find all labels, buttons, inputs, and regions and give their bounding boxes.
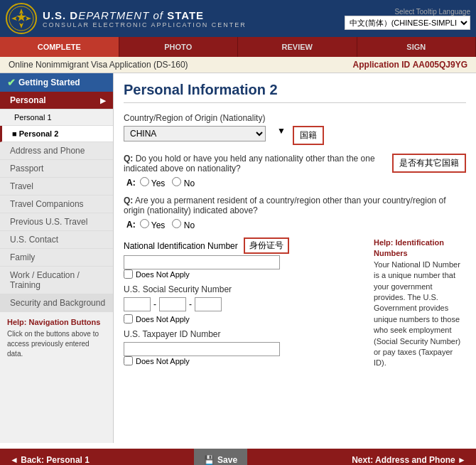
q2-no-label[interactable]: No	[172, 219, 195, 230]
lang-dropdown[interactable]: 中文(简体）(CHINESE-SIMPLI	[345, 16, 470, 30]
sidebar-travel-companions-label: Travel Companions	[10, 199, 84, 209]
national-id-dna: Does Not Apply	[124, 269, 367, 279]
national-id-field: National Identification Number 身份证号 Does…	[124, 237, 367, 279]
q2-text: Q: Are you a permanent resident of a cou…	[124, 196, 466, 215]
department-name: U.S. DEPARTMENT of STATE	[43, 9, 247, 21]
nationality-label: Country/Region of Origin (Nationality)	[124, 113, 466, 123]
q1-answer: A: Yes No	[126, 177, 385, 188]
sidebar-item-travel-companions[interactable]: Travel Companions	[0, 196, 113, 213]
sidebar-item-passport[interactable]: Passport	[0, 160, 113, 178]
q1-tooltip: 是否有其它国籍	[392, 154, 466, 173]
id-fields: National Identification Number 身份证号 Does…	[124, 237, 367, 371]
national-id-dna-checkbox[interactable]	[124, 269, 133, 279]
lower-section: National Identification Number 身份证号 Does…	[124, 237, 466, 371]
language-selector[interactable]: Select Tooltip Language 中文(简体）(CHINESE-S…	[345, 8, 470, 30]
bottom-bar: ◄ Back: Personal 1 💾 Save Next: Address …	[0, 449, 476, 465]
ssn-box3[interactable]	[195, 297, 222, 311]
q2-block: Q: Are you a permanent resident of a cou…	[124, 196, 466, 230]
sidebar-item-family[interactable]: Family	[0, 249, 113, 267]
sidebar-getting-started-label: Getting Started	[18, 78, 80, 87]
sidebar-item-security[interactable]: Security and Background	[0, 294, 113, 312]
content-area: Personal Information 2 Country/Region of…	[114, 73, 476, 443]
q1-yes-label[interactable]: Yes	[140, 177, 166, 188]
sidebar-item-personal2[interactable]: ■ Personal 2	[0, 126, 113, 142]
sidebar-help-text: Click on the buttons above to access pre…	[7, 329, 106, 359]
sidebar-personal2-label: ■ Personal 2	[12, 129, 58, 138]
q1-text: Q: Do you hold or have you held any nati…	[124, 154, 385, 173]
ssn-dna-label: Does Not Apply	[136, 315, 190, 324]
ssn-box1[interactable]	[124, 297, 151, 311]
app-id-value: AA005QJ9YG	[413, 60, 467, 70]
tab-sign[interactable]: SIGN	[357, 37, 477, 57]
taxpayer-input[interactable]	[124, 342, 280, 356]
sidebar-passport-label: Passport	[10, 164, 43, 173]
taxpayer-dna: Does Not Apply	[124, 356, 367, 365]
ssn-field: U.S. Social Security Number - - Does Not…	[124, 284, 367, 324]
nationality-tooltip: 国籍	[293, 126, 324, 145]
app-id: Application ID AA005QJ9YG	[353, 60, 467, 70]
back-button[interactable]: ◄ Back: Personal 1	[0, 449, 99, 465]
nav-tabs: COMPLETE PHOTO REVIEW SIGN	[0, 37, 476, 57]
nationality-select[interactable]: CHINA	[124, 126, 266, 141]
sidebar-item-work[interactable]: Work / Education / Training	[0, 267, 113, 294]
save-button[interactable]: 💾 Save	[194, 449, 247, 465]
help-panel-title: Help: Identification Numbers	[374, 237, 466, 260]
nationality-section: Country/Region of Origin (Nationality) C…	[124, 113, 466, 145]
sidebar-travel-label: Travel	[10, 181, 33, 191]
sidebar-family-label: Family	[10, 252, 35, 262]
taxpayer-label: U.S. Taxpayer ID Number	[124, 329, 367, 339]
save-icon: 💾	[204, 455, 215, 465]
national-id-dna-label: Does Not Apply	[136, 270, 190, 279]
sidebar-getting-started[interactable]: ✔ Getting Started	[0, 73, 113, 92]
taxpayer-dna-checkbox[interactable]	[124, 356, 133, 365]
arrow-icon: ▶	[100, 97, 106, 105]
sidebar-item-travel[interactable]: Travel	[0, 178, 113, 196]
q1-no-radio[interactable]	[172, 177, 181, 186]
national-id-tooltip: 身份证号	[244, 237, 289, 254]
back-label: ◄ Back: Personal 1	[10, 455, 90, 465]
sidebar-personal1-label: Personal 1	[14, 113, 52, 122]
tab-complete[interactable]: COMPLETE	[0, 37, 119, 57]
tab-review-label: REVIEW	[282, 43, 313, 51]
q2-no-radio[interactable]	[172, 219, 181, 228]
national-id-input[interactable]	[124, 255, 280, 269]
sidebar-help: Help: Navigation Buttons Click on the bu…	[0, 312, 113, 365]
sidebar-address-label: Address and Phone	[10, 146, 85, 156]
next-label: Next: Address and Phone ►	[352, 455, 466, 465]
next-button[interactable]: Next: Address and Phone ►	[342, 449, 476, 465]
q1-radio-group: Yes No	[140, 177, 195, 188]
national-id-label: National Identification Number	[124, 241, 238, 251]
q2-yes-label[interactable]: Yes	[140, 219, 166, 230]
header-title: U.S. DEPARTMENT of STATE CONSULAR ELECTR…	[43, 9, 247, 28]
ssn-dna: Does Not Apply	[124, 314, 367, 324]
sidebar-item-us-contact[interactable]: U.S. Contact	[0, 231, 113, 249]
sidebar-security-label: Security and Background	[10, 298, 105, 308]
form-title: Online Nonimmigrant Visa Application (DS…	[9, 60, 188, 70]
lang-label: Select Tooltip Language	[394, 8, 470, 16]
sidebar-item-personal1[interactable]: Personal 1	[0, 109, 113, 126]
sidebar-work-label: Work / Education / Training	[10, 270, 106, 290]
ssn-dna-checkbox[interactable]	[124, 314, 133, 324]
sidebar-item-address[interactable]: Address and Phone	[0, 142, 113, 160]
tab-complete-label: COMPLETE	[38, 43, 81, 51]
q1-no-label[interactable]: No	[172, 177, 195, 188]
taxpayer-field: U.S. Taxpayer ID Number Does Not Apply	[124, 329, 367, 365]
sidebar-previous-travel-label: Previous U.S. Travel	[10, 217, 87, 227]
tab-review[interactable]: REVIEW	[238, 37, 357, 57]
sidebar-us-contact-label: U.S. Contact	[10, 235, 58, 245]
ssn-dash2: -	[189, 299, 192, 309]
sidebar-item-previous-travel[interactable]: Previous U.S. Travel	[0, 213, 113, 231]
q2-radio-group: Yes No	[140, 219, 195, 230]
help-panel-text: Your National ID Number is a unique numb…	[374, 260, 466, 369]
ssn-box2[interactable]	[159, 297, 186, 311]
q1-block: Q: Do you hold or have you held any nati…	[124, 154, 466, 188]
seal-icon: ★	[6, 3, 37, 34]
save-label: Save	[217, 455, 237, 465]
q2-yes-radio[interactable]	[140, 219, 149, 228]
sidebar-item-personal[interactable]: Personal ▶	[0, 92, 113, 109]
taxpayer-dna-label: Does Not Apply	[136, 357, 190, 365]
tab-photo[interactable]: PHOTO	[119, 37, 239, 57]
tab-sign-label: SIGN	[406, 43, 426, 51]
q1-yes-radio[interactable]	[140, 177, 149, 186]
help-panel: Help: Identification Numbers Your Nation…	[374, 237, 466, 369]
